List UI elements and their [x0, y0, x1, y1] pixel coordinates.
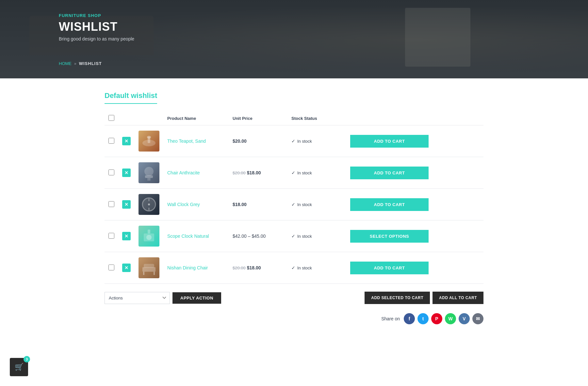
action-cell: SELECT OPTIONS: [346, 220, 483, 252]
row-checkbox-1[interactable]: [108, 138, 114, 144]
table-row: ✕ Chair Anthracite$20.00 $18.00✓In stock…: [105, 157, 483, 189]
share-email-icon[interactable]: ✉: [472, 313, 483, 324]
stock-label: In stock: [297, 170, 312, 175]
actions-left: Actions Remove selected Move to wishlist…: [105, 292, 221, 304]
col-unit-price: Unit Price: [229, 112, 287, 125]
stock-cell: ✓In stock: [287, 125, 346, 157]
table-row: ✕ Wall Clock Grey$18.00✓In stockADD TO C…: [105, 189, 483, 220]
add-to-cart-button-3[interactable]: ADD TO CART: [350, 198, 429, 211]
remove-item-2[interactable]: ✕: [122, 169, 131, 177]
col-remove: [118, 112, 135, 125]
apply-action-button[interactable]: APPLY ACTION: [172, 292, 221, 304]
add-all-to-cart-button[interactable]: ADD ALL TO CART: [433, 292, 483, 304]
price-value: $18.00: [233, 202, 247, 207]
svg-point-8: [148, 203, 150, 205]
stock-label: In stock: [297, 139, 312, 144]
share-label: Share on: [381, 316, 400, 321]
breadcrumb-current: WISHLIST: [79, 61, 102, 66]
row-checkbox-5[interactable]: [108, 265, 114, 270]
select-all-checkbox[interactable]: [108, 115, 114, 121]
price-cell: $18.00: [229, 189, 287, 220]
svg-rect-13: [148, 230, 150, 233]
product-image-3: [139, 194, 159, 215]
stock-cell: ✓In stock: [287, 189, 346, 220]
remove-cell: ✕: [118, 157, 135, 189]
action-cell: ADD TO CART: [346, 252, 483, 284]
product-image-cell: [135, 220, 163, 252]
action-cell: ADD TO CART: [346, 189, 483, 220]
price-original: $20.00: [233, 170, 246, 175]
action-cell: ADD TO CART: [346, 125, 483, 157]
add-selected-to-cart-button[interactable]: ADD SELECTED TO CART: [365, 292, 430, 304]
row-checkbox-3[interactable]: [108, 201, 114, 207]
stock-status: ✓In stock: [291, 233, 342, 239]
add-to-cart-button-2[interactable]: ADD TO CART: [350, 167, 429, 179]
breadcrumb-home-link[interactable]: HOME: [59, 61, 72, 66]
main-content: Default wishlist Product Name Unit Price…: [98, 78, 490, 344]
share-section: Share on f t P W V ✉: [105, 313, 483, 324]
price-original: $20.00: [233, 265, 246, 270]
table-header-row: Product Name Unit Price Stock Status: [105, 112, 483, 125]
product-link-4[interactable]: Scope Clock Natural: [167, 233, 209, 239]
remove-cell: ✕: [118, 252, 135, 284]
price-sale: $18.00: [247, 170, 261, 175]
stock-status: ✓In stock: [291, 170, 342, 175]
share-vk-icon[interactable]: V: [459, 313, 470, 324]
col-select-all[interactable]: [105, 112, 118, 125]
add-to-cart-button-5[interactable]: ADD TO CART: [350, 262, 429, 274]
product-name-cell: Wall Clock Grey: [163, 189, 229, 220]
product-link-2[interactable]: Chair Anthracite: [167, 170, 200, 175]
svg-rect-14: [142, 267, 155, 272]
hero-content: FURNITURE SHOP WISHLIST Bring good desig…: [0, 0, 588, 55]
wishlist-table: Product Name Unit Price Stock Status ✕ T…: [105, 112, 483, 284]
product-name-cell: Chair Anthracite: [163, 157, 229, 189]
product-name-cell: Nishan Dining Chair: [163, 252, 229, 284]
row-checkbox-cell: [105, 125, 118, 157]
add-to-cart-button-1[interactable]: ADD TO CART: [350, 135, 429, 148]
stock-status: ✓In stock: [291, 265, 342, 270]
actions-dropdown[interactable]: Actions Remove selected Move to wishlist: [105, 292, 170, 304]
product-name-cell: Scope Clock Natural: [163, 220, 229, 252]
page-title: WISHLIST: [59, 20, 529, 34]
stock-cell: ✓In stock: [287, 252, 346, 284]
price-value: $20.00: [233, 138, 247, 144]
svg-rect-5: [148, 178, 149, 181]
remove-item-4[interactable]: ✕: [122, 232, 131, 240]
col-stock-status: Stock Status: [287, 112, 346, 125]
price-value: $42.00 – $45.00: [233, 233, 266, 239]
price-cell: $20.00: [229, 125, 287, 157]
stock-status: ✓In stock: [291, 138, 342, 144]
check-icon: ✓: [291, 233, 295, 239]
product-link-5[interactable]: Nishan Dining Chair: [167, 265, 208, 270]
svg-rect-16: [154, 272, 155, 275]
remove-item-3[interactable]: ✕: [122, 200, 131, 209]
stock-status: ✓In stock: [291, 202, 342, 207]
check-icon: ✓: [291, 265, 295, 270]
remove-cell: ✕: [118, 220, 135, 252]
remove-item-5[interactable]: ✕: [122, 264, 131, 272]
product-link-3[interactable]: Wall Clock Grey: [167, 202, 200, 207]
share-pinterest-icon[interactable]: P: [431, 313, 442, 324]
share-twitter-icon[interactable]: t: [417, 313, 429, 324]
row-checkbox-2[interactable]: [108, 169, 114, 175]
share-facebook-icon[interactable]: f: [404, 313, 415, 324]
row-checkbox-cell: [105, 220, 118, 252]
remove-cell: ✕: [118, 125, 135, 157]
col-image: [135, 112, 163, 125]
table-row: ✕ Nishan Dining Chair$20.00 $18.00✓In st…: [105, 252, 483, 284]
share-whatsapp-icon[interactable]: W: [445, 313, 456, 324]
row-checkbox-4[interactable]: [108, 233, 114, 239]
product-name-cell: Theo Teapot, Sand: [163, 125, 229, 157]
svg-rect-17: [144, 264, 154, 268]
remove-item-1[interactable]: ✕: [122, 137, 131, 145]
check-icon: ✓: [291, 170, 295, 175]
select-options-button-4[interactable]: SELECT OPTIONS: [350, 230, 429, 243]
svg-rect-4: [145, 175, 153, 178]
product-link-1[interactable]: Theo Teapot, Sand: [167, 138, 206, 144]
stock-label: In stock: [297, 234, 312, 239]
row-checkbox-cell: [105, 252, 118, 284]
product-image-2: [139, 162, 159, 183]
product-image-5: [139, 257, 159, 278]
product-image-cell: [135, 252, 163, 284]
product-image-cell: [135, 125, 163, 157]
